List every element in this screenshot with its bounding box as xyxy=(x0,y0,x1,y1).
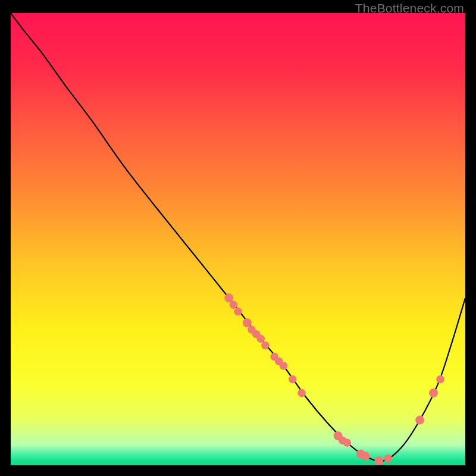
watermark-text: TheBottleneck.com xyxy=(355,1,464,15)
gradient-background xyxy=(11,13,465,465)
data-marker xyxy=(280,362,288,370)
data-marker xyxy=(343,439,352,447)
data-marker xyxy=(261,342,270,350)
chart-frame xyxy=(11,13,465,465)
data-marker xyxy=(436,375,444,384)
data-marker xyxy=(256,334,265,343)
data-marker xyxy=(384,455,392,463)
data-marker xyxy=(230,300,238,309)
data-marker xyxy=(374,456,383,465)
data-marker xyxy=(234,308,242,316)
data-marker xyxy=(415,416,424,425)
bottleneck-chart xyxy=(11,13,465,465)
data-marker xyxy=(429,389,438,397)
data-marker xyxy=(289,375,297,384)
data-marker xyxy=(298,389,305,397)
data-marker xyxy=(361,452,369,461)
